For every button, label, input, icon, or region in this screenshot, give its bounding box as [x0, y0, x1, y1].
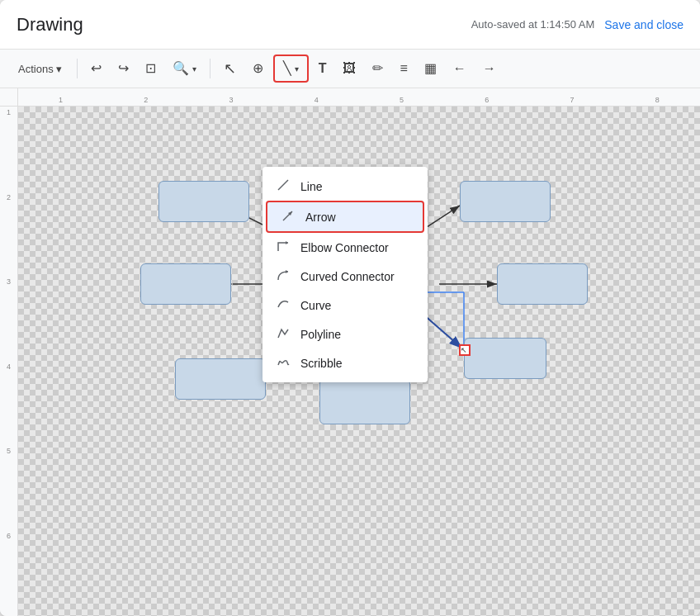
page-title: Drawing	[17, 14, 83, 36]
format-button[interactable]: ≡	[393, 58, 414, 79]
shape-left[interactable]	[140, 263, 231, 305]
toolbar-divider-2	[210, 59, 210, 78]
curved-connector-menu-label: Curved Connector	[300, 270, 395, 283]
svg-marker-18	[286, 270, 288, 273]
ruler-h-tick-2: 2	[103, 96, 188, 104]
line-type-dropdown: Line Arrow	[262, 167, 428, 382]
ruler-h-tick-8: 8	[615, 96, 700, 104]
ruler-v-tick-6: 6	[7, 532, 11, 617]
text-icon: T	[319, 62, 327, 75]
cursor-button[interactable]: ↖	[217, 57, 243, 80]
table-icon: ▦	[424, 62, 437, 75]
paint-button[interactable]: ✏	[366, 58, 390, 79]
arrow-right-button[interactable]: →	[476, 58, 503, 79]
image-icon: 🖼	[343, 62, 356, 75]
redo-button[interactable]: ↪	[111, 58, 135, 79]
line-menu-label: Line	[300, 180, 322, 193]
polyline-menu-icon	[276, 326, 291, 342]
menu-item-elbow[interactable]: Elbow Connector	[262, 233, 428, 262]
ruler-vertical: 1 2 3 4 5 6	[0, 107, 18, 616]
line-dropdown-icon: ▾	[295, 64, 299, 73]
toolbar-divider-1	[77, 59, 78, 78]
actions-chevron-icon: ▾	[56, 63, 62, 75]
ruler-h-tick-7: 7	[530, 96, 615, 104]
line-tool-icon: ╲	[283, 62, 291, 75]
elbow-menu-label: Elbow Connector	[300, 241, 389, 254]
actions-label: Actions	[18, 63, 54, 75]
ruler-h-tick-4: 4	[274, 96, 359, 104]
undo-button[interactable]: ↩	[84, 58, 108, 79]
menu-item-curve[interactable]: Curve	[262, 291, 428, 320]
undo-icon: ↩	[91, 62, 102, 75]
svg-marker-17	[286, 241, 288, 244]
select-icon: ⊡	[145, 62, 156, 75]
ruler-v-tick-3: 3	[7, 277, 11, 362]
select-mode-button[interactable]: ⊡	[139, 58, 163, 79]
line-menu-icon	[276, 178, 291, 194]
menu-item-arrow[interactable]: Arrow	[266, 201, 424, 233]
app-window: Drawing Auto-saved at 1:14:50 AM Save an…	[0, 0, 700, 616]
toolbar: Actions ▾ ↩ ↪ ⊡ 🔍 ▾ ↖ ⊕ ╲ ▾	[0, 50, 700, 88]
scribble-menu-icon	[276, 355, 291, 371]
paint-icon: ✏	[372, 62, 383, 75]
autosave-status: Auto-saved at 1:14:50 AM	[471, 18, 595, 31]
image-button[interactable]: 🖼	[336, 58, 362, 79]
curve-menu-icon	[276, 297, 291, 313]
shape-bottom-right[interactable]	[464, 338, 546, 379]
save-close-button[interactable]: Save and close	[604, 18, 683, 31]
ruler-corner	[0, 88, 18, 107]
arrow-left-icon: ←	[453, 62, 466, 75]
curved-connector-menu-icon	[276, 268, 291, 284]
ruler-v-tick-5: 5	[7, 447, 11, 532]
arrow-right-icon: →	[483, 62, 496, 75]
svg-line-14	[278, 180, 288, 190]
text-button[interactable]: T	[312, 58, 333, 79]
polyline-menu-label: Polyline	[300, 328, 341, 341]
ruler-v-tick-1: 1	[7, 108, 11, 193]
pan-button[interactable]: ⊕	[246, 58, 270, 79]
shape-bottom-left[interactable]	[175, 358, 266, 400]
shape-right[interactable]	[497, 263, 588, 305]
shape-top-left[interactable]	[158, 181, 249, 222]
canvas-area: 1 2 3 4 5 6 7 8 1 2 3 4 5 6	[0, 88, 700, 616]
title-bar: Drawing Auto-saved at 1:14:50 AM Save an…	[0, 0, 700, 50]
zoom-dropdown-icon: ▾	[192, 64, 196, 73]
menu-item-scribble[interactable]: Scribble	[262, 348, 428, 377]
title-right: Auto-saved at 1:14:50 AM Save and close	[471, 18, 683, 31]
ruler-h-tick-1: 1	[18, 96, 103, 104]
table-button[interactable]: ▦	[418, 58, 443, 79]
cursor-indicator-2: ↖	[461, 346, 467, 354]
menu-item-line[interactable]: Line	[262, 172, 428, 201]
ruler-h-tick-3: 3	[189, 96, 274, 104]
ruler-v-tick-4: 4	[7, 362, 11, 448]
zoom-button[interactable]: 🔍 ▾	[166, 58, 203, 79]
cursor-icon: ↖	[224, 61, 236, 76]
elbow-menu-icon	[276, 239, 291, 255]
redo-icon: ↪	[118, 62, 129, 75]
ruler-h-tick-5: 5	[359, 96, 444, 104]
shape-bottom-center[interactable]	[319, 379, 410, 424]
pan-icon: ⊕	[253, 62, 263, 75]
ruler-v-tick-2: 2	[7, 193, 11, 278]
arrow-left-button[interactable]: ←	[447, 58, 473, 79]
menu-item-polyline[interactable]: Polyline	[262, 320, 428, 348]
shape-top-right[interactable]	[460, 181, 551, 222]
zoom-icon: 🔍	[173, 62, 189, 75]
menu-item-curved-connector[interactable]: Curved Connector	[262, 262, 428, 291]
format-icon: ≡	[400, 62, 407, 75]
ruler-horizontal: 1 2 3 4 5 6 7 8	[18, 88, 700, 107]
line-tool-wrapper: ╲ ▾	[273, 54, 309, 83]
actions-button[interactable]: Actions ▾	[10, 59, 70, 79]
arrow-menu-icon	[281, 209, 296, 225]
curve-menu-label: Curve	[300, 299, 331, 312]
ruler-h-tick-6: 6	[444, 96, 529, 104]
arrow-menu-label: Arrow	[305, 211, 336, 224]
line-tool-button[interactable]: ╲ ▾	[277, 58, 305, 79]
scribble-menu-label: Scribble	[300, 357, 343, 370]
